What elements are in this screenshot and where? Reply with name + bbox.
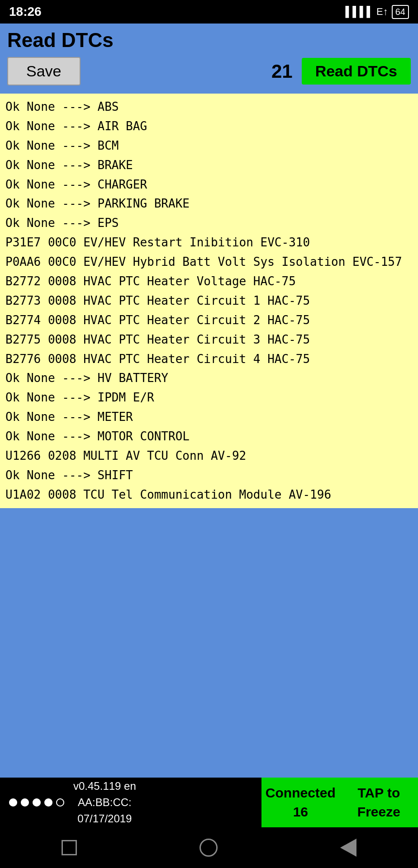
signal-icon: ▌▌▌▌ E↑ <box>346 6 388 18</box>
dot-indicator <box>33 798 41 807</box>
list-item: P0AA6 00C0 EV/HEV Hybrid Batt Volt Sys I… <box>5 252 413 272</box>
results-list: Ok None ---> ABSOk None ---> AIR BAGOk N… <box>0 94 418 508</box>
list-item: Ok None ---> BRAKE <box>5 156 413 175</box>
battery-icon: 64 <box>392 5 409 19</box>
list-item: Ok None ---> HV BATTERY <box>5 368 413 388</box>
list-item: Ok None ---> AIR BAG <box>5 117 413 136</box>
connected-line2: TAP to Freeze <box>340 783 418 821</box>
status-time: 18:26 <box>9 5 42 19</box>
list-item: Ok None ---> PARKING BRAKE <box>5 194 413 213</box>
nav-bar <box>0 827 418 868</box>
recents-button[interactable] <box>62 840 77 855</box>
back-button[interactable] <box>340 839 356 857</box>
toolbar: Save 21 Read DTCs <box>7 57 411 85</box>
dot-indicator <box>44 798 52 807</box>
list-item: Ok None ---> IPDM E/R <box>5 388 413 407</box>
version-text: v0.45.119 en <box>73 778 136 794</box>
mac-text: AA:BB:CC: <box>73 794 136 811</box>
list-item: Ok None ---> EPS <box>5 213 413 233</box>
status-bar: 18:26 ▌▌▌▌ E↑ 64 <box>0 0 418 24</box>
list-item: U1266 0208 MULTI AV TCU Conn AV-92 <box>5 446 413 466</box>
version-info: v0.45.119 en AA:BB:CC: 07/17/2019 <box>73 778 136 827</box>
list-item: B2773 0008 HVAC PTC Heater Circuit 1 HAC… <box>5 291 413 311</box>
home-button[interactable] <box>200 839 218 857</box>
dots-indicator <box>9 798 64 807</box>
save-button[interactable]: Save <box>7 57 81 85</box>
list-item: Ok None ---> ABS <box>5 97 413 117</box>
status-right: ▌▌▌▌ E↑ 64 <box>346 5 409 19</box>
list-item: P31E7 00C0 EV/HEV Restart Inibition EVC-… <box>5 233 413 252</box>
connected-line1: Connected 16 <box>261 783 340 821</box>
dot-indicator <box>9 798 17 807</box>
bottom-left: v0.45.119 en AA:BB:CC: 07/17/2019 <box>0 778 261 827</box>
list-item: B2776 0008 HVAC PTC Heater Circuit 4 HAC… <box>5 349 413 369</box>
list-item: Ok None ---> METER <box>5 407 413 427</box>
list-item: B2772 0008 HVAC PTC Heater Voltage HAC-7… <box>5 272 413 291</box>
dtc-count: 21 <box>271 61 293 82</box>
list-item: B2775 0008 HVAC PTC Heater Circuit 3 HAC… <box>5 330 413 349</box>
dot-indicator <box>21 798 29 807</box>
read-dtcs-button[interactable]: Read DTCs <box>302 58 411 85</box>
date-text: 07/17/2019 <box>73 811 136 827</box>
list-item: Ok None ---> BCM <box>5 136 413 156</box>
list-item: B2774 0008 HVAC PTC Heater Circuit 2 HAC… <box>5 311 413 330</box>
list-item: Ok None ---> CHARGER <box>5 175 413 194</box>
page-title: Read DTCs <box>7 29 411 52</box>
bottom-status-bar: v0.45.119 en AA:BB:CC: 07/17/2019 Connec… <box>0 778 418 827</box>
list-item: Ok None ---> SHIFT <box>5 466 413 485</box>
dot-indicator <box>56 798 64 807</box>
list-item: U1A02 0008 TCU Tel Communication Module … <box>5 485 413 505</box>
header: Read DTCs Save 21 Read DTCs <box>0 24 418 94</box>
list-item: Ok None ---> MOTOR CONTROL <box>5 427 413 446</box>
tap-to-freeze-button[interactable]: Connected 16 TAP to Freeze <box>261 778 418 827</box>
